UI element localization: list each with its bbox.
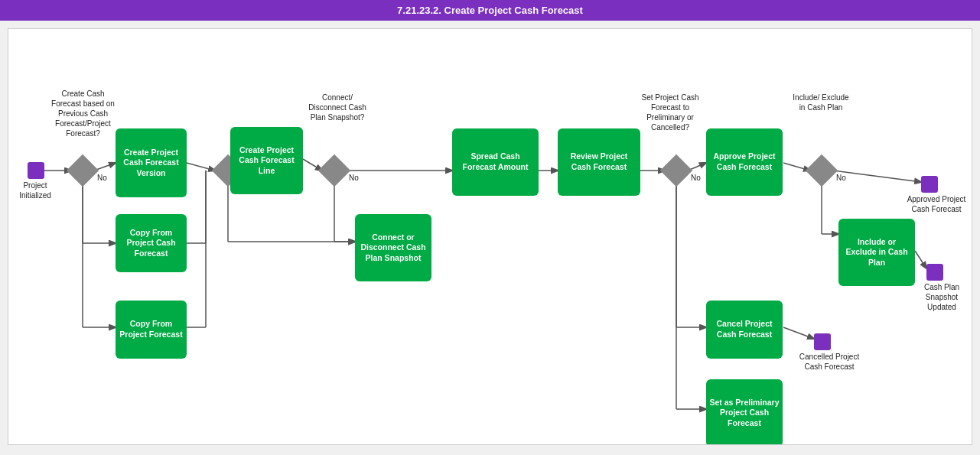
project-initialized-terminal	[28, 162, 44, 179]
set-preliminary-question-label: Set Project Cash Forecast to Preliminary…	[636, 93, 705, 132]
approved-terminal	[921, 176, 938, 193]
create-cash-forecast-question-label: Create Cash Forecast based on Previous C…	[47, 89, 119, 138]
connect-disconnect-box[interactable]: Connect or Disconnect Cash Plan Snapshot	[355, 214, 431, 281]
diagram-area: Project Initialized Create Cash Forecast…	[8, 28, 972, 445]
no-label-3: No	[691, 173, 701, 183]
svg-line-30	[783, 327, 814, 339]
diamond-1	[67, 154, 99, 187]
connect-disconnect-question-label: Connect/ Disconnect Cash Plan Snapshot?	[307, 93, 368, 122]
project-initialized-label: Project Initialized	[12, 180, 58, 200]
review-box[interactable]: Review Project Cash Forecast	[558, 128, 640, 196]
copy-cash-forecast-box[interactable]: Copy From Project Cash Forecast	[116, 214, 187, 272]
no-label-2: No	[349, 173, 359, 183]
svg-line-24	[833, 171, 921, 182]
no-label-1: No	[97, 173, 107, 183]
approve-box[interactable]: Approve Project Cash Forecast	[706, 128, 783, 196]
set-preliminary-box[interactable]: Set as Preliminary Project Cash Forecast	[706, 379, 783, 445]
cancelled-terminal	[814, 333, 831, 350]
cancelled-label: Cancelled Project Cash Forecast	[799, 352, 860, 372]
include-exclude-question-label: Include/ Exclude in Cash Plan	[790, 93, 851, 112]
create-version-box[interactable]: Create Project Cash Forecast Version	[116, 128, 187, 197]
approved-label: Approved Project Cash Forecast	[906, 194, 967, 214]
cash-plan-terminal	[926, 264, 943, 281]
copy-project-forecast-box[interactable]: Copy From Project Forecast	[116, 301, 187, 359]
diamond-4	[660, 154, 692, 187]
diamond-3	[318, 154, 350, 187]
page-title: 7.21.23.2. Create Project Cash Forecast	[397, 5, 583, 16]
svg-line-27	[915, 251, 926, 268]
include-exclude-box[interactable]: Include or Exclude in Cash Plan	[838, 219, 915, 286]
no-label-4: No	[836, 173, 846, 183]
title-bar: 7.21.23.2. Create Project Cash Forecast	[0, 0, 980, 21]
diamond-5	[806, 154, 838, 187]
cash-plan-label: Cash Plan Snapshot Updated	[911, 282, 972, 312]
spread-amount-box[interactable]: Spread Cash Forecast Amount	[452, 128, 539, 196]
cancel-box[interactable]: Cancel Project Cash Forecast	[706, 301, 783, 359]
svg-line-6	[187, 163, 215, 171]
create-line-box[interactable]: Create Project Cash Forecast Line	[230, 127, 303, 194]
